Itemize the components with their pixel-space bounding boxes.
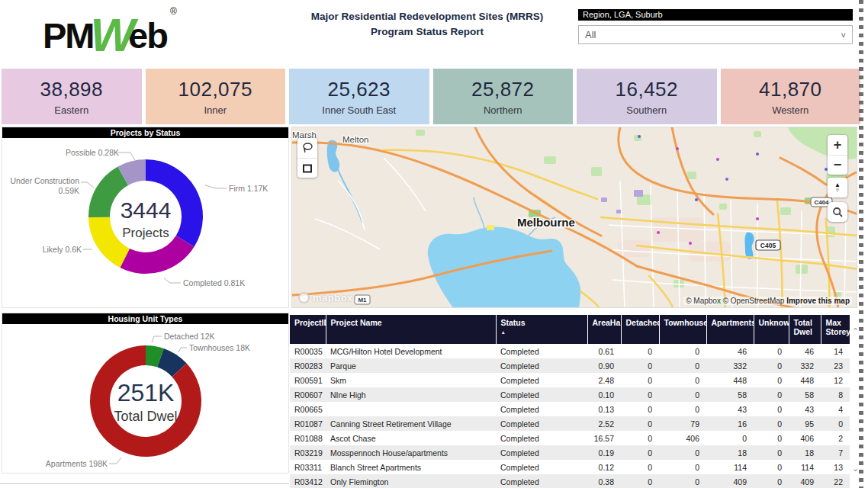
column-header-max-storeys[interactable]: Max Storeys	[821, 315, 850, 344]
region-filter-value: All	[585, 29, 596, 40]
table-cell: 409	[706, 474, 754, 488]
table-scroll-down-icon[interactable]: ⌄	[852, 464, 859, 474]
column-header-detached[interactable]: Detached	[621, 315, 659, 344]
table-cell: Completed	[496, 344, 587, 358]
table-cell: 18	[706, 445, 754, 460]
kpi-label: Inner South East	[322, 104, 396, 116]
table-cell: 58	[706, 387, 754, 402]
map-zoom-control: + −	[828, 135, 847, 175]
table-row[interactable]: R03219Mosspennoch House/apartmentsComple…	[290, 445, 850, 460]
table-cell: 0.10	[587, 387, 621, 402]
table-cell: 2.52	[587, 416, 621, 431]
table-cell: 0	[621, 344, 659, 358]
table-cell: Parque	[326, 358, 496, 373]
kpi-value: 102,075	[178, 78, 252, 101]
shield-m1: M1	[358, 297, 367, 303]
table-row[interactable]: R01088Ascot ChaseCompleted16.57040600406…	[290, 431, 850, 445]
table-cell: R03311	[290, 460, 326, 474]
table-cell: 0.61	[587, 344, 621, 358]
table-cell: 0	[621, 474, 659, 488]
region-filter-dropdown[interactable]: All ˅	[578, 25, 853, 44]
table-row[interactable]: R00591SkmCompleted2.4800448044812	[290, 373, 850, 387]
box-select-button[interactable]	[297, 158, 317, 178]
table-row[interactable]: R00035MCG/Hilton Hotel DevelopmentComple…	[290, 344, 850, 358]
mapbox-logo[interactable]: mapbox	[298, 292, 353, 303]
table-row[interactable]: R03311Blanch Street ApartmentsCompleted0…	[290, 460, 850, 474]
donut-segment-completed[interactable]	[120, 236, 194, 274]
column-header-projectid[interactable]: ProjectID	[290, 315, 326, 344]
table-scroll-up-icon[interactable]: ⌃	[852, 326, 859, 336]
zoom-out-button[interactable]: −	[828, 155, 847, 175]
shield-c405: C405	[760, 242, 776, 249]
column-header-unknown[interactable]: Unknown	[754, 315, 789, 344]
table-row[interactable]: R03412Only FlemingtonCompleted0.38004090…	[290, 474, 850, 488]
sort-ascending-icon: ▲	[501, 329, 583, 335]
kpi-card-inner[interactable]: 102,075Inner	[146, 69, 286, 124]
table-cell: 46	[789, 344, 821, 358]
table-cell: 13	[821, 460, 850, 474]
table-cell: 43	[706, 402, 754, 416]
table-cell: 0	[754, 344, 789, 358]
kpi-card-inner-south-east[interactable]: 25,623Inner South East	[289, 69, 429, 124]
donut-segment-likely[interactable]	[88, 217, 130, 268]
table-cell: 0	[754, 474, 789, 488]
region-filter-label: Region, LGA, Suburb	[578, 9, 853, 21]
search-icon	[832, 207, 844, 218]
column-header-areaha[interactable]: AreaHa	[587, 315, 621, 344]
kpi-card-eastern[interactable]: 38,898Eastern	[2, 69, 142, 124]
table-cell: R03412	[290, 474, 326, 488]
housing-unit-types-chart: 251K Total Dwel Detached 12K Townhouses …	[2, 324, 288, 473]
zoom-in-button[interactable]: +	[828, 135, 847, 155]
table-cell: 332	[706, 358, 754, 373]
table-cell: 4	[821, 402, 850, 416]
donut-segment-firm[interactable]	[146, 159, 203, 247]
kpi-value: 25,872	[471, 78, 535, 101]
table-cell: 58	[789, 387, 821, 402]
table-row[interactable]: R01087Canning Street Retirement VillageC…	[290, 416, 850, 431]
lasso-select-button[interactable]	[297, 138, 317, 158]
table-cell: 0.90	[587, 358, 621, 373]
column-header-project-name[interactable]: Project Name	[326, 315, 496, 344]
kpi-card-northern[interactable]: 25,872Northern	[433, 69, 574, 124]
table-cell: 16.57	[587, 431, 621, 445]
table-cell: MCG/Hilton Hotel Development	[326, 344, 496, 358]
table-row[interactable]: R00607NIne HighCompleted0.1000580588	[290, 387, 850, 402]
melbourne-map[interactable]: C404 M1 C405 Marsh Melton Melbourne	[291, 127, 857, 308]
table-cell: R01088	[290, 431, 326, 445]
box-select-icon	[301, 162, 313, 175]
table-cell: 0	[621, 358, 659, 373]
kpi-label: Western	[772, 104, 809, 116]
table-cell: 46	[706, 344, 754, 358]
table-cell: Skm	[326, 373, 496, 387]
map-pitch-control: ▲ ▼	[828, 178, 847, 197]
table-cell: 0	[621, 431, 659, 445]
table-cell: 0	[621, 402, 659, 416]
table-cell: 114	[789, 460, 821, 474]
table-cell: Mosspennoch House/apartments	[326, 445, 496, 460]
kpi-label: Southern	[626, 104, 667, 116]
kpi-card-western[interactable]: 41,870Western	[721, 69, 861, 124]
column-header-townhouses[interactable]: Townhouses	[659, 315, 706, 344]
table-row[interactable]: R00665Completed0.1300430434	[290, 402, 850, 416]
kpi-label: Northern	[484, 104, 522, 116]
table-cell: 0	[659, 387, 706, 402]
table-cell: Canning Street Retirement Village	[326, 416, 496, 431]
kpi-value: 38,898	[40, 78, 103, 101]
improve-map-link[interactable]: Improve this map	[786, 297, 850, 305]
table-cell: 0	[621, 445, 659, 460]
table-cell: 0	[754, 387, 789, 402]
column-header-apartments[interactable]: Apartments	[706, 315, 754, 344]
page-edge-scrollbar[interactable]	[859, 0, 863, 488]
table-cell: 448	[789, 373, 821, 387]
map-search-button[interactable]	[828, 202, 847, 222]
column-header-total-dwel[interactable]: Total Dwel	[789, 315, 821, 344]
kpi-card-southern[interactable]: 16,452Southern	[577, 69, 717, 124]
column-header-status[interactable]: Status▲	[496, 315, 587, 344]
table-cell: 0	[754, 373, 789, 387]
callout-under-construction: Under Construction 0.59K	[2, 176, 79, 196]
table-row[interactable]: R00283ParqueCompleted0.9000332033223	[290, 358, 850, 373]
callout-firm: Firm 1.17K	[229, 184, 286, 194]
pitch-toggle-button[interactable]: ▲ ▼	[828, 178, 847, 197]
table-cell: 0	[754, 416, 789, 431]
kpi-row: 38,898Eastern102,075Inner25,623Inner Sou…	[2, 69, 860, 124]
